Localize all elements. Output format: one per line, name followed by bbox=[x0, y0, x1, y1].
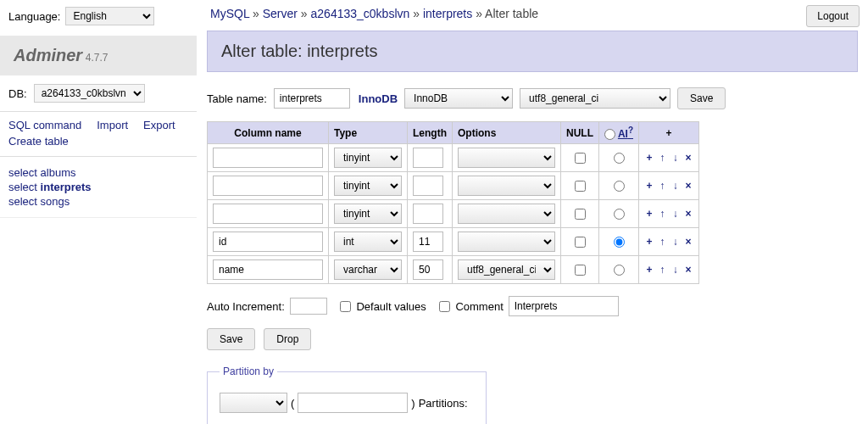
column-options-select[interactable] bbox=[458, 148, 555, 168]
row-up-icon[interactable]: ↑ bbox=[657, 264, 667, 276]
column-length-input[interactable] bbox=[413, 204, 443, 224]
paren-close: ) bbox=[411, 397, 415, 410]
row-add-icon[interactable]: + bbox=[644, 236, 654, 248]
brand-version: 4.7.7 bbox=[86, 52, 108, 64]
partitions-label: Partitions: bbox=[419, 397, 468, 410]
column-ai-radio[interactable] bbox=[614, 237, 625, 248]
column-ai-radio[interactable] bbox=[614, 209, 625, 220]
export-link[interactable]: Export bbox=[143, 119, 175, 131]
column-length-input[interactable] bbox=[413, 176, 443, 196]
ai-help-link[interactable]: AI? bbox=[618, 128, 633, 140]
partition-expr-input[interactable] bbox=[298, 393, 408, 413]
column-ai-radio[interactable] bbox=[614, 153, 625, 164]
language-label: Language: bbox=[8, 10, 60, 23]
column-type-select[interactable]: varchar bbox=[334, 259, 402, 280]
logout-button[interactable]: Logout bbox=[806, 5, 860, 27]
engine-link[interactable]: InnoDB bbox=[359, 92, 398, 105]
column-null-checkbox[interactable] bbox=[575, 153, 586, 164]
row-up-icon[interactable]: ↑ bbox=[657, 180, 667, 192]
row-up-icon[interactable]: ↑ bbox=[657, 152, 667, 164]
row-up-icon[interactable]: ↑ bbox=[657, 236, 667, 248]
column-type-select[interactable]: tinyint bbox=[334, 148, 402, 168]
table-link-albums[interactable]: select albums bbox=[8, 166, 76, 179]
row-down-icon[interactable]: ↓ bbox=[670, 180, 681, 192]
auto-increment-input[interactable] bbox=[290, 298, 327, 315]
column-type-select[interactable]: int bbox=[334, 232, 402, 252]
drop-button[interactable]: Drop bbox=[264, 328, 311, 350]
db-label: DB: bbox=[8, 87, 27, 100]
column-name-input[interactable] bbox=[213, 232, 323, 252]
table-row: tinyint+ ↑ ↓ × bbox=[208, 172, 699, 200]
table-row: tinyint+ ↑ ↓ × bbox=[208, 200, 699, 228]
collation-select[interactable]: utf8_general_ci bbox=[520, 88, 670, 109]
column-options-select[interactable] bbox=[458, 204, 555, 224]
row-remove-icon[interactable]: × bbox=[683, 208, 693, 220]
save-top-button[interactable]: Save bbox=[677, 87, 726, 109]
import-link[interactable]: Import bbox=[97, 119, 128, 131]
row-down-icon[interactable]: ↓ bbox=[670, 236, 681, 248]
column-options-select[interactable]: utf8_general_ci bbox=[458, 259, 555, 280]
default-values-checkbox[interactable] bbox=[340, 301, 351, 312]
row-add-icon[interactable]: + bbox=[644, 152, 654, 164]
paren-open: ( bbox=[291, 397, 294, 410]
engine-select[interactable]: InnoDB bbox=[404, 88, 513, 109]
column-name-input[interactable] bbox=[213, 148, 323, 168]
column-name-input[interactable] bbox=[213, 204, 323, 224]
partition-legend: Partition by bbox=[220, 365, 277, 377]
row-add-icon[interactable]: + bbox=[644, 264, 654, 276]
table-link-songs[interactable]: select songs bbox=[8, 195, 70, 208]
column-name-input[interactable] bbox=[213, 259, 323, 280]
th-ai: AI? bbox=[599, 122, 639, 144]
th-add[interactable]: + bbox=[639, 122, 699, 144]
brand-box: Adminer 4.7.7 bbox=[0, 36, 197, 75]
th-column-name: Column name bbox=[208, 122, 329, 144]
ai-header-radio[interactable] bbox=[604, 129, 615, 140]
column-null-checkbox[interactable] bbox=[575, 237, 586, 248]
bc-driver[interactable]: MySQL bbox=[210, 7, 249, 20]
create-table-link[interactable]: Create table bbox=[8, 135, 69, 148]
table-row: tinyint+ ↑ ↓ × bbox=[208, 144, 699, 172]
table-link-interprets[interactable]: select interprets bbox=[8, 181, 92, 193]
column-length-input[interactable] bbox=[413, 259, 443, 280]
column-type-select[interactable]: tinyint bbox=[334, 204, 402, 224]
row-add-icon[interactable]: + bbox=[644, 208, 654, 220]
language-select[interactable]: English bbox=[65, 7, 154, 25]
bc-table[interactable]: interprets bbox=[423, 7, 472, 20]
page-title: Alter table: interprets bbox=[221, 42, 843, 61]
save-button[interactable]: Save bbox=[207, 328, 255, 350]
bc-db[interactable]: a264133_c0kbslvn bbox=[311, 7, 410, 20]
bc-server[interactable]: Server bbox=[263, 7, 298, 20]
row-remove-icon[interactable]: × bbox=[683, 264, 693, 276]
sql-command-link[interactable]: SQL command bbox=[8, 119, 81, 131]
row-down-icon[interactable]: ↓ bbox=[670, 264, 681, 276]
column-options-select[interactable] bbox=[458, 232, 555, 252]
auto-increment-label: Auto Increment: bbox=[207, 300, 285, 313]
table-name-input[interactable] bbox=[274, 88, 350, 109]
column-length-input[interactable] bbox=[413, 232, 443, 252]
row-down-icon[interactable]: ↓ bbox=[670, 152, 681, 164]
partition-type-select[interactable] bbox=[220, 393, 287, 413]
comment-input[interactable] bbox=[509, 296, 619, 316]
row-down-icon[interactable]: ↓ bbox=[670, 208, 681, 220]
row-remove-icon[interactable]: × bbox=[683, 180, 693, 192]
column-ai-radio[interactable] bbox=[614, 181, 625, 192]
db-select[interactable]: a264133_c0kbslvn bbox=[34, 84, 145, 103]
column-null-checkbox[interactable] bbox=[575, 181, 586, 192]
breadcrumb: MySQL » Server » a264133_c0kbslvn » inte… bbox=[207, 0, 858, 27]
row-remove-icon[interactable]: × bbox=[683, 152, 693, 164]
row-remove-icon[interactable]: × bbox=[683, 236, 693, 248]
th-null: NULL bbox=[561, 122, 599, 144]
comment-checkbox[interactable] bbox=[439, 301, 450, 312]
brand-name: Adminer bbox=[14, 46, 82, 64]
column-ai-radio[interactable] bbox=[614, 265, 625, 276]
columns-table: Column name Type Length Options NULL AI?… bbox=[207, 121, 699, 284]
column-options-select[interactable] bbox=[458, 176, 555, 196]
column-null-checkbox[interactable] bbox=[575, 265, 586, 276]
row-add-icon[interactable]: + bbox=[644, 180, 654, 192]
column-null-checkbox[interactable] bbox=[575, 209, 586, 220]
column-length-input[interactable] bbox=[413, 148, 443, 168]
comment-label: Comment bbox=[455, 300, 503, 313]
row-up-icon[interactable]: ↑ bbox=[657, 208, 667, 220]
column-type-select[interactable]: tinyint bbox=[334, 176, 402, 196]
column-name-input[interactable] bbox=[213, 176, 323, 196]
